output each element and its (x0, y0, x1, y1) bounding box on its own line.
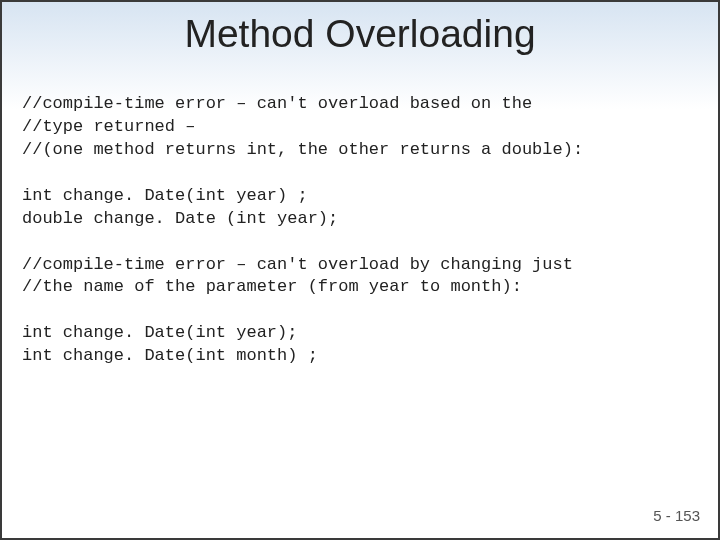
slide-title: Method Overloading (2, 12, 718, 56)
code-line: int change. Date(int year) ; (22, 186, 308, 205)
slide: Method Overloading //compile-time error … (0, 0, 720, 540)
code-line: //(one method returns int, the other ret… (22, 140, 583, 159)
code-block: //compile-time error – can't overload ba… (2, 70, 718, 368)
page-number: 5 - 153 (653, 507, 700, 524)
code-line: //compile-time error – can't overload ba… (22, 94, 532, 113)
code-line: double change. Date (int year); (22, 209, 338, 228)
code-line: //type returned – (22, 117, 195, 136)
code-line: int change. Date(int month) ; (22, 346, 318, 365)
code-line: //the name of the parameter (from year t… (22, 277, 522, 296)
code-line: int change. Date(int year); (22, 323, 297, 342)
code-line: //compile-time error – can't overload by… (22, 255, 573, 274)
